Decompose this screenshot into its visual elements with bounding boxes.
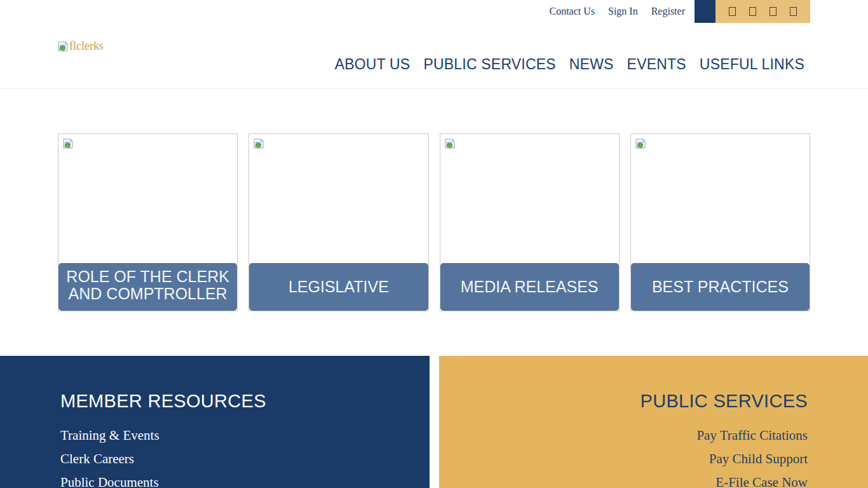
link-pay-traffic-citations[interactable]: Pay Traffic Citations: [439, 429, 808, 442]
nav-public-services[interactable]: PUBLIC SERVICES: [423, 56, 555, 73]
search-button[interactable]: [695, 0, 715, 23]
social-icon-2[interactable]: [749, 7, 756, 16]
card-best-practices[interactable]: BEST PRACTICES: [630, 133, 810, 311]
public-services-title: PUBLIC SERVICES: [439, 391, 808, 412]
social-icon-3[interactable]: [770, 7, 776, 16]
card-label: BEST PRACTICES: [631, 263, 810, 311]
nav-about-us[interactable]: ABOUT US: [335, 56, 410, 73]
broken-image-icon: [58, 41, 68, 51]
card-legislative[interactable]: LEGISLATIVE: [248, 133, 428, 311]
broken-image-icon: [254, 139, 264, 149]
link-training-events[interactable]: Training & Events: [60, 429, 430, 442]
link-pay-child-support[interactable]: Pay Child Support: [439, 452, 808, 466]
link-clerk-careers[interactable]: Clerk Careers: [60, 452, 430, 466]
site-logo[interactable]: flclerks: [58, 39, 104, 53]
nav-news[interactable]: NEWS: [569, 56, 614, 73]
link-efile-case-now[interactable]: E-File Case Now: [439, 476, 808, 488]
nav-useful-links[interactable]: USEFUL LINKS: [700, 56, 804, 73]
social-icon-1[interactable]: [729, 7, 736, 16]
topbar: Contact Us Sign In Register: [0, 0, 868, 23]
contact-us-link[interactable]: Contact Us: [549, 6, 595, 17]
card-label: ROLE OF THE CLERK AND COMPTROLLER: [58, 263, 237, 311]
topbar-links: Contact Us Sign In Register: [549, 6, 685, 17]
public-services-panel: PUBLIC SERVICES Pay Traffic Citations Pa…: [439, 356, 868, 488]
broken-image-icon: [445, 139, 455, 149]
member-resources-panel: MEMBER RESOURCES Training & Events Clerk…: [0, 356, 430, 488]
card-role-of-the-clerk[interactable]: ROLE OF THE CLERK AND COMPTROLLER: [58, 133, 238, 311]
broken-image-icon: [63, 139, 73, 149]
link-public-documents[interactable]: Public Documents: [60, 476, 430, 488]
social-strip: [715, 0, 810, 23]
register-link[interactable]: Register: [651, 6, 685, 17]
member-resources-title: MEMBER RESOURCES: [60, 391, 430, 412]
member-resources-links: Training & Events Clerk Careers Public D…: [60, 429, 430, 488]
logo-alt-text: flclerks: [69, 39, 104, 53]
site-header: flclerks ABOUT US PUBLIC SERVICES NEWS E…: [0, 23, 868, 89]
broken-image-icon: [635, 139, 646, 149]
nav-events[interactable]: EVENTS: [627, 56, 686, 73]
social-icon-4[interactable]: [790, 7, 797, 16]
feature-cards: ROLE OF THE CLERK AND COMPTROLLER LEGISL…: [58, 133, 810, 311]
card-label: LEGISLATIVE: [249, 263, 428, 311]
public-services-links: Pay Traffic Citations Pay Child Support …: [439, 429, 808, 488]
main-nav: ABOUT US PUBLIC SERVICES NEWS EVENTS USE…: [335, 56, 804, 73]
sign-in-link[interactable]: Sign In: [608, 6, 638, 17]
card-media-releases[interactable]: MEDIA RELEASES: [440, 133, 620, 311]
card-label: MEDIA RELEASES: [440, 263, 619, 311]
